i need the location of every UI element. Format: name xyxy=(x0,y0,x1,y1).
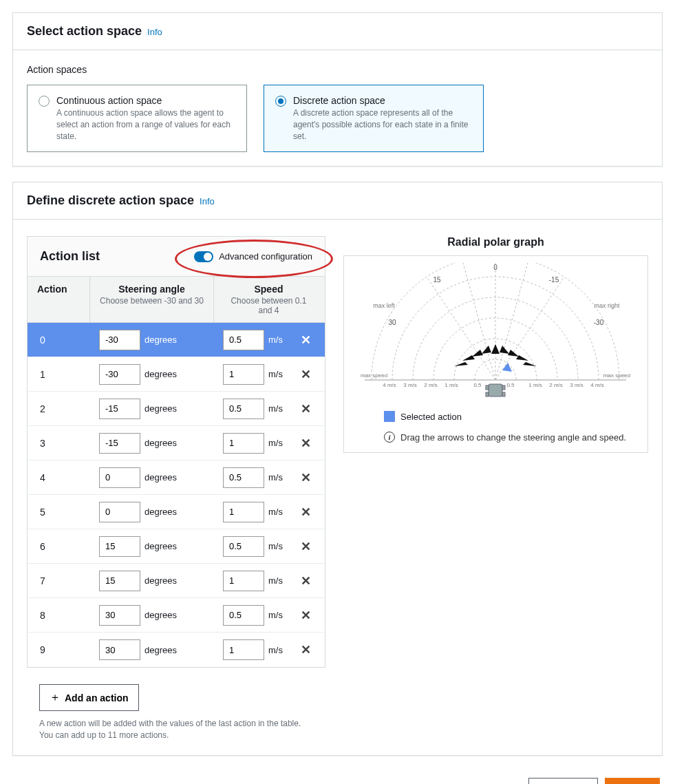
continuous-action-space-option[interactable]: Continuous action space A continuous act… xyxy=(27,85,247,152)
info-link[interactable]: Info xyxy=(200,196,215,206)
speed-input[interactable] xyxy=(223,639,264,660)
speed-input[interactable] xyxy=(223,571,264,591)
delete-row-icon[interactable]: ✕ xyxy=(298,573,314,589)
speed-tick-label: 3 m/s xyxy=(570,382,583,388)
advanced-config-toggle[interactable] xyxy=(194,251,213,262)
unit-label: degrees xyxy=(144,541,177,551)
steering-input[interactable] xyxy=(99,639,140,660)
steering-input[interactable] xyxy=(99,433,140,454)
unit-label: degrees xyxy=(144,335,177,345)
unit-label: m/s xyxy=(268,472,283,483)
steering-input[interactable] xyxy=(99,467,140,488)
svg-rect-19 xyxy=(486,392,489,396)
delete-row-icon[interactable]: ✕ xyxy=(298,470,314,485)
delete-row-icon[interactable]: ✕ xyxy=(298,505,314,520)
plus-icon: ＋ xyxy=(50,690,61,705)
table-row[interactable]: 4degreesm/s✕ xyxy=(28,460,325,495)
select-action-space-panel: Select action space Info Action spaces C… xyxy=(12,12,663,167)
next-button[interactable]: Next xyxy=(605,778,660,784)
svg-rect-20 xyxy=(502,392,505,396)
speed-input[interactable] xyxy=(223,330,264,350)
action-id: 4 xyxy=(28,472,89,483)
steering-input[interactable] xyxy=(99,502,140,522)
table-row[interactable]: 8degreesm/s✕ xyxy=(28,598,325,633)
add-action-label: Add an action xyxy=(65,692,129,703)
action-id: 2 xyxy=(28,403,89,414)
unit-label: degrees xyxy=(144,438,177,448)
steering-input[interactable] xyxy=(99,399,140,419)
previous-button[interactable]: Previous xyxy=(528,778,598,784)
steering-input[interactable] xyxy=(99,605,140,626)
delete-row-icon[interactable]: ✕ xyxy=(298,539,314,554)
action-id: 8 xyxy=(28,610,89,621)
speed-input[interactable] xyxy=(223,502,264,522)
delete-row-icon[interactable]: ✕ xyxy=(298,367,314,382)
speed-input[interactable] xyxy=(223,399,264,419)
speed-input[interactable] xyxy=(223,536,264,557)
svg-marker-9 xyxy=(472,350,483,357)
radial-hint-text: Drag the arrows to change the steering a… xyxy=(400,432,626,443)
table-row[interactable]: 7degreesm/s✕ xyxy=(28,564,325,598)
speed-input[interactable] xyxy=(223,433,264,454)
speed-tick-label: 1 m/s xyxy=(444,382,458,388)
col-speed-sub: Choose between 0.1 and 4 xyxy=(224,296,314,315)
radial-polar-graph[interactable]: 0 15 -15 30 -30 max left max right max s… xyxy=(351,263,640,401)
steering-input[interactable] xyxy=(99,571,140,591)
radial-hint: i Drag the arrows to change the steering… xyxy=(384,432,641,443)
section-label: Action spaces xyxy=(27,64,648,75)
table-row[interactable]: 1degreesm/s✕ xyxy=(28,357,325,392)
delete-row-icon[interactable]: ✕ xyxy=(298,401,314,416)
speed-input[interactable] xyxy=(223,467,264,488)
steering-input[interactable] xyxy=(99,364,140,385)
table-row[interactable]: 3degreesm/s✕ xyxy=(28,426,325,460)
svg-marker-13 xyxy=(454,362,468,366)
unit-label: m/s xyxy=(268,645,283,655)
svg-marker-10 xyxy=(508,350,519,357)
panel-title: Define discrete action space xyxy=(27,193,194,208)
svg-rect-16 xyxy=(489,384,502,396)
table-row[interactable]: 0degreesm/s✕ xyxy=(28,323,325,357)
radial-graph-column: Radial polar graph xyxy=(343,236,648,453)
info-icon: i xyxy=(384,432,395,443)
col-action: Action xyxy=(37,284,80,295)
speed-label-max-left: max speed xyxy=(361,372,387,379)
table-row[interactable]: 5degreesm/s✕ xyxy=(28,495,325,529)
speed-input[interactable] xyxy=(223,605,264,626)
unit-label: m/s xyxy=(268,610,283,620)
speed-tick-label: 4 m/s xyxy=(590,382,604,388)
unit-label: m/s xyxy=(268,507,283,517)
legend-color-icon xyxy=(384,411,395,422)
add-action-help-1: A new action will be added with the valu… xyxy=(39,718,325,730)
speed-tick-label: 1 m/s xyxy=(528,382,542,388)
table-row[interactable]: 2degreesm/s✕ xyxy=(28,392,325,426)
action-table-header: Action Steering angle Choose between -30… xyxy=(28,277,325,323)
delete-row-icon[interactable]: ✕ xyxy=(298,332,314,348)
unit-label: m/s xyxy=(268,335,283,345)
table-row[interactable]: 9degreesm/s✕ xyxy=(28,633,325,667)
radial-title: Radial polar graph xyxy=(343,236,648,248)
speed-tick-label: 0.5 xyxy=(506,382,515,388)
add-action-help-2: You can add up to 11 more actions. xyxy=(39,730,325,741)
action-list-header: Action list Advanced configuration xyxy=(28,237,325,277)
unit-label: m/s xyxy=(268,575,283,586)
action-id: 0 xyxy=(28,335,89,346)
steering-input[interactable] xyxy=(99,330,140,350)
legend-label: Selected action xyxy=(400,412,462,422)
option-desc: A continuous action space allows the age… xyxy=(56,107,235,142)
angle-label-p30: 30 xyxy=(388,319,396,326)
wizard-footer: Cancel Previous Next xyxy=(12,771,663,784)
panel-body: Action spaces Continuous action space A … xyxy=(13,50,662,166)
svg-rect-17 xyxy=(486,385,489,390)
delete-row-icon[interactable]: ✕ xyxy=(298,436,314,451)
action-id: 5 xyxy=(28,507,89,518)
add-action-button[interactable]: ＋ Add an action xyxy=(39,684,139,711)
discrete-action-space-option[interactable]: Discrete action space A discrete action … xyxy=(264,85,484,152)
option-title: Discrete action space xyxy=(293,95,472,106)
table-row[interactable]: 6degreesm/s✕ xyxy=(28,529,325,564)
delete-row-icon[interactable]: ✕ xyxy=(298,642,314,657)
cancel-button[interactable]: Cancel xyxy=(468,778,522,784)
delete-row-icon[interactable]: ✕ xyxy=(298,608,314,623)
steering-input[interactable] xyxy=(99,536,140,557)
speed-input[interactable] xyxy=(223,364,264,385)
info-link[interactable]: Info xyxy=(147,27,162,37)
